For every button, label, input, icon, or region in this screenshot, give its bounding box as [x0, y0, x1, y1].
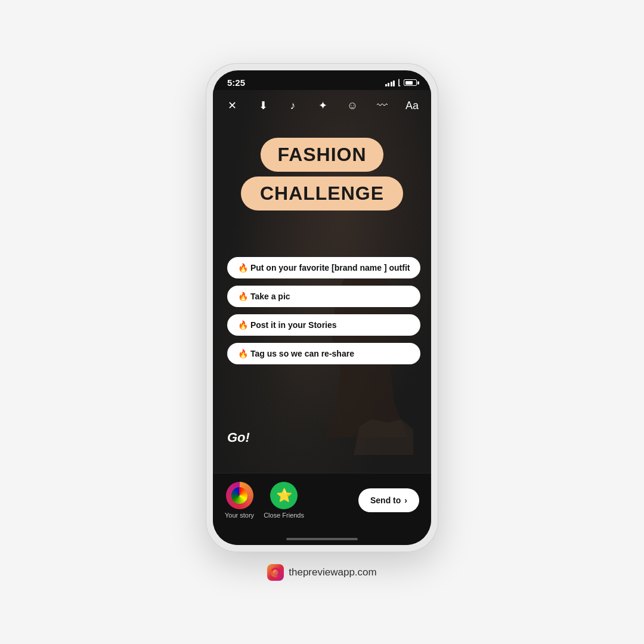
- your-story-icon: [226, 482, 253, 509]
- svg-point-3: [273, 570, 278, 575]
- close-friends-option[interactable]: ⭐ Close Friends: [264, 482, 304, 519]
- text-button[interactable]: Aa: [402, 96, 422, 115]
- music-icon[interactable]: ♪: [283, 96, 302, 115]
- bottom-bar: Your story ⭐ Close Friends Send to ›: [213, 473, 431, 533]
- title-line2: CHALLENGE: [241, 177, 403, 210]
- story-toolbar: ✕ ⬇ ♪ ✦ ☺ 〰 Aa: [213, 90, 431, 121]
- toolbar-actions: ⬇ ♪ ✦ ☺ 〰 Aa: [253, 96, 422, 115]
- status-icons: ⌊: [385, 78, 417, 87]
- attribution-logo: [267, 564, 284, 581]
- draw-icon[interactable]: 〰: [373, 96, 392, 115]
- face-icon[interactable]: ☺: [343, 96, 362, 115]
- wifi-icon: ⌊: [398, 78, 401, 87]
- bg-shoes: [354, 419, 413, 455]
- challenge-item-3: 🔥 Post it in your Stories: [227, 314, 420, 336]
- send-to-button[interactable]: Send to ›: [358, 488, 419, 512]
- phone-notch: [283, 70, 361, 87]
- challenge-item-2: 🔥 Take a pic: [227, 286, 420, 307]
- story-area: ✕ ⬇ ♪ ✦ ☺ 〰 Aa FASHION CHALLENGE: [213, 90, 431, 473]
- close-friends-icon: ⭐: [270, 482, 298, 509]
- attribution-url: thepreviewapp.com: [289, 566, 376, 578]
- go-text: Go!: [227, 430, 250, 445]
- send-to-arrow: ›: [404, 496, 407, 505]
- phone-screen: 5:25 ⌊ ✕: [213, 70, 431, 545]
- send-to-label: Send to: [370, 496, 401, 505]
- phone-wrapper: 5:25 ⌊ ✕: [206, 63, 438, 581]
- download-icon[interactable]: ⬇: [253, 96, 273, 115]
- your-story-option[interactable]: Your story: [225, 482, 254, 519]
- attribution: thepreviewapp.com: [267, 564, 376, 581]
- challenge-item-4: 🔥 Tag us so we can re-share: [227, 343, 420, 364]
- phone-frame: 5:25 ⌊ ✕: [206, 63, 438, 552]
- signal-icon: [385, 79, 395, 86]
- your-story-label: Your story: [225, 512, 254, 519]
- challenge-item-1: 🔥 Put on your favorite [brand name ] out…: [227, 257, 420, 278]
- title-line1: FASHION: [261, 138, 383, 172]
- status-time: 5:25: [227, 78, 245, 88]
- svg-point-0: [232, 488, 247, 503]
- challenge-list: 🔥 Put on your favorite [brand name ] out…: [227, 257, 420, 364]
- home-indicator: [213, 533, 431, 545]
- home-indicator-bar: [286, 538, 358, 540]
- battery-icon: [404, 79, 417, 86]
- sparkle-icon[interactable]: ✦: [313, 96, 332, 115]
- svg-point-1: [235, 491, 244, 500]
- close-button[interactable]: ✕: [222, 96, 242, 115]
- title-container: FASHION CHALLENGE: [213, 138, 431, 210]
- close-friends-label: Close Friends: [264, 512, 304, 519]
